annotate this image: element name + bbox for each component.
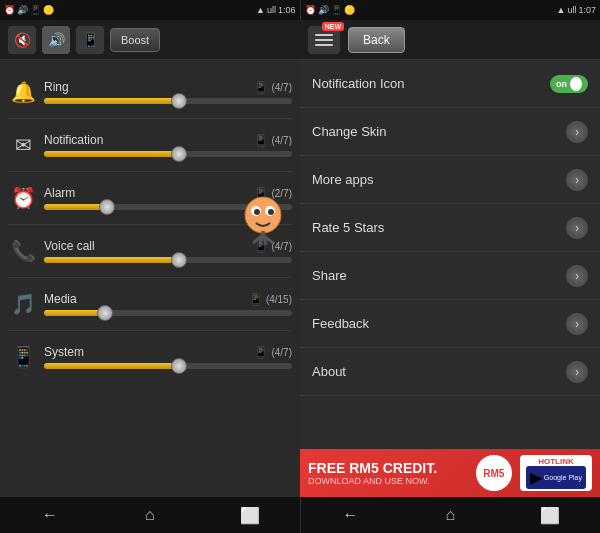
vol-label-row-5: System 📱 (4/7) xyxy=(44,345,292,359)
slider-fill-1 xyxy=(44,151,185,157)
menu-item-right-6: › xyxy=(566,361,588,383)
boost-button[interactable]: Boost xyxy=(110,28,160,52)
slider-thumb-2[interactable] xyxy=(99,199,115,215)
vol-icon-4: 🎵 xyxy=(8,289,38,319)
slider-thumb-0[interactable] xyxy=(171,93,187,109)
new-badge: NEW xyxy=(322,22,344,31)
menu-item-6[interactable]: About › xyxy=(300,348,600,396)
mascot-character xyxy=(238,195,288,255)
vol-label-5: System xyxy=(44,345,84,359)
slider-track-4[interactable] xyxy=(44,310,292,316)
vol-icon-0: 🔔 xyxy=(8,77,38,107)
menu-item-right-4: › xyxy=(566,265,588,287)
vol-details-0: Ring 📱 (4/7) xyxy=(44,80,292,104)
vol-label-row-0: Ring 📱 (4/7) xyxy=(44,80,292,94)
vol-icon-3: 📞 xyxy=(8,236,38,266)
volume-item[interactable]: ✉ Notification 📱 (4/7) xyxy=(4,119,296,171)
menu-item-label-5: Feedback xyxy=(312,316,369,331)
vol-icon-2: ⏰ xyxy=(8,183,38,213)
left-toolbar: 🔇 🔊 📱 Boost xyxy=(0,20,300,60)
ad-main-text: FREE RM5 CREDIT. xyxy=(308,460,468,476)
alarm2-icon: ⏰ xyxy=(305,5,316,15)
vol-label-1: Notification xyxy=(44,133,103,147)
slider-track-5[interactable] xyxy=(44,363,292,369)
menu-item-label-1: Change Skin xyxy=(312,124,386,139)
vol-icon-5: 📱 xyxy=(8,342,38,372)
status-bar-left: ⏰ 🔊 📱 🟡 ▲ ull 1:06 xyxy=(0,0,300,20)
time-left: 1:06 xyxy=(278,5,296,15)
main-content: 🔇 🔊 📱 Boost 🔔 Ring 📱 (4/7) xyxy=(0,20,600,497)
vol-count-4: 📱 (4/15) xyxy=(249,293,292,306)
ad-sub-text: DOWNLOAD AND USE NOW. xyxy=(308,476,468,486)
chevron-icon-2: › xyxy=(566,169,588,191)
home-nav-left[interactable]: ⌂ xyxy=(130,500,170,530)
menu-item-1[interactable]: Change Skin › xyxy=(300,108,600,156)
menu-line-3 xyxy=(315,44,333,46)
vol-label-row-1: Notification 📱 (4/7) xyxy=(44,133,292,147)
ad-hotlink-badge[interactable]: HOTLINK ▶ Google Play xyxy=(520,455,592,491)
vol-details-4: Media 📱 (4/15) xyxy=(44,292,292,316)
wifi-badge-icon: 🟡 xyxy=(43,5,54,15)
vol-icon-1: ✉ xyxy=(8,130,38,160)
slider-fill-5 xyxy=(44,363,185,369)
menu-item-3[interactable]: Rate 5 Stars › xyxy=(300,204,600,252)
back-nav-right[interactable]: ← xyxy=(330,500,370,530)
menu-item-2[interactable]: More apps › xyxy=(300,156,600,204)
back-button[interactable]: Back xyxy=(348,27,405,53)
menu-icon-button[interactable]: NEW xyxy=(308,26,340,54)
menu-item-0[interactable]: Notification Icon on xyxy=(300,60,600,108)
home-nav-right[interactable]: ⌂ xyxy=(430,500,470,530)
volume-item[interactable]: 📱 System 📱 (4/7) xyxy=(4,331,296,383)
menu-item-right-1: › xyxy=(566,121,588,143)
menu-item-right-3: › xyxy=(566,217,588,239)
nav-bar-left: ← ⌂ ⬜ xyxy=(0,497,300,533)
slider-thumb-5[interactable] xyxy=(171,358,187,374)
vol-count-icon-0: 📱 xyxy=(254,81,268,94)
phone-icon-btn[interactable]: 📱 xyxy=(76,26,104,54)
menu-item-right-2: › xyxy=(566,169,588,191)
slider-track-0[interactable] xyxy=(44,98,292,104)
ad-play-badge: ▶ Google Play xyxy=(526,466,586,489)
signal-icon: ull xyxy=(267,5,276,15)
vol-label-row-4: Media 📱 (4/15) xyxy=(44,292,292,306)
chevron-icon-4: › xyxy=(566,265,588,287)
slider-track-1[interactable] xyxy=(44,151,292,157)
slider-track-3[interactable] xyxy=(44,257,292,263)
menu-item-right-0: on xyxy=(550,75,588,93)
volume-item[interactable]: 🎵 Media 📱 (4/15) xyxy=(4,278,296,330)
wifi2-icon: ▲ xyxy=(557,5,566,15)
status-bar-right: ⏰ 🔊 📱 🟡 ▲ ull 1:07 xyxy=(301,0,601,20)
slider-thumb-1[interactable] xyxy=(171,146,187,162)
menu-list: Notification Icon on Change Skin › More … xyxy=(300,60,600,449)
recents-nav-right[interactable]: ⬜ xyxy=(530,500,570,530)
recents-nav-left[interactable]: ⬜ xyxy=(230,500,270,530)
slider-thumb-3[interactable] xyxy=(171,252,187,268)
ad-banner[interactable]: FREE RM5 CREDIT. DOWNLOAD AND USE NOW. R… xyxy=(300,449,600,497)
slider-thumb-4[interactable] xyxy=(97,305,113,321)
menu-item-label-3: Rate 5 Stars xyxy=(312,220,384,235)
vol-label-3: Voice call xyxy=(44,239,95,253)
vol-count-icon-5: 📱 xyxy=(254,346,268,359)
chevron-icon-1: › xyxy=(566,121,588,143)
volume-status-icon: 🔊 xyxy=(17,5,28,15)
alarm-status-icon: ⏰ xyxy=(4,5,15,15)
toggle-label: on xyxy=(556,79,567,89)
vol-count-0: 📱 (4/7) xyxy=(254,81,292,94)
chevron-icon-6: › xyxy=(566,361,588,383)
mute-icon-btn[interactable]: 🔇 xyxy=(8,26,36,54)
volume-item[interactable]: 🔔 Ring 📱 (4/7) xyxy=(4,66,296,118)
menu-item-label-2: More apps xyxy=(312,172,373,187)
volume-icon-btn[interactable]: 🔊 xyxy=(42,26,70,54)
chevron-icon-5: › xyxy=(566,313,588,335)
badge2-icon: 🟡 xyxy=(344,5,355,15)
signal2-icon: ull xyxy=(567,5,576,15)
phone-status-icon: 📱 xyxy=(30,5,41,15)
menu-item-5[interactable]: Feedback › xyxy=(300,300,600,348)
vol-label-2: Alarm xyxy=(44,186,75,200)
ad-play-text: Google Play xyxy=(544,474,582,481)
back-nav-left[interactable]: ← xyxy=(30,500,70,530)
menu-item-4[interactable]: Share › xyxy=(300,252,600,300)
toggle-on[interactable]: on xyxy=(550,75,588,93)
ad-circle: RM5 xyxy=(476,455,512,491)
menu-line-2 xyxy=(315,39,333,41)
